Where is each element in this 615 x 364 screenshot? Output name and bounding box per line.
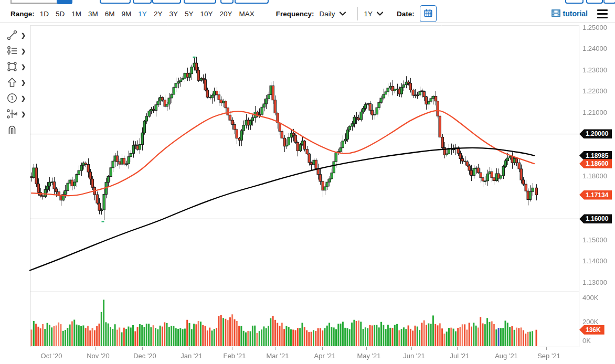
partial-button[interactable] — [235, 0, 269, 4]
chevron-down-icon — [338, 10, 347, 17]
trend-line-icon — [5, 28, 19, 42]
chevron-right-icon[interactable]: ❯ — [21, 95, 26, 102]
partial-input[interactable] — [10, 0, 58, 4]
tutorial-label: tutorial — [563, 9, 588, 18]
partial-button[interactable] — [586, 0, 603, 4]
period-value: 1Y — [364, 10, 373, 18]
fibonacci-tool-button[interactable]: ❯ — [5, 44, 29, 58]
annotation-tool-button[interactable]: 1❯ — [5, 91, 29, 105]
range-option-max[interactable]: MAX — [239, 10, 254, 18]
chevron-right-icon[interactable]: ❯ — [21, 32, 26, 39]
range-option-20y[interactable]: 20Y — [219, 10, 232, 18]
range-option-1d[interactable]: 1D — [40, 10, 49, 18]
range-option-10y[interactable]: 10Y — [200, 10, 213, 18]
partial-button[interactable] — [57, 0, 72, 4]
range-label: Range: — [10, 10, 35, 18]
partial-button[interactable] — [133, 0, 152, 4]
frequency-label: Frequency: — [276, 10, 314, 18]
range-option-6m[interactable]: 6M — [105, 10, 115, 18]
partial-button[interactable] — [152, 0, 181, 4]
period-dropdown[interactable]: 1Y — [364, 10, 385, 18]
date-label: Date: — [397, 10, 415, 18]
menu-button[interactable] — [597, 8, 608, 19]
magnet-icon — [5, 123, 19, 136]
frequency-value: Daily — [320, 10, 335, 18]
shape-tool-button[interactable]: ❯ — [5, 59, 29, 74]
partial-button[interactable] — [220, 0, 234, 4]
svg-text:1: 1 — [10, 95, 14, 101]
range-option-2y[interactable]: 2Y — [154, 10, 163, 18]
measure-tool-button[interactable]: ❯ — [5, 106, 29, 121]
range-option-9m[interactable]: 9M — [122, 10, 132, 18]
range-option-5d[interactable]: 5D — [56, 10, 65, 18]
chevron-right-icon[interactable]: ❯ — [21, 79, 26, 86]
film-icon — [552, 9, 563, 18]
partial-button[interactable] — [184, 0, 216, 4]
chevron-right-icon[interactable]: ❯ — [21, 63, 26, 70]
calendar-icon — [423, 8, 433, 19]
magnet-tool-button[interactable] — [5, 122, 29, 137]
fibonacci-icon — [5, 44, 19, 58]
arrow-up-icon — [5, 76, 19, 89]
partial-button[interactable] — [565, 0, 584, 4]
circled-one-icon: 1 — [5, 91, 19, 105]
arrow-tool-button[interactable]: ❯ — [5, 75, 29, 90]
divider — [357, 7, 358, 20]
range-option-1y[interactable]: 1Y — [138, 10, 147, 18]
range-options: 1D5D1M3M6M9M1Y2Y3Y5Y10Y20YMAX — [40, 10, 261, 18]
rectangle-icon — [5, 60, 19, 73]
chart-toolbar: Range: 1D5D1M3M6M9M1Y2Y3Y5Y10Y20YMAX Fre… — [0, 0, 615, 23]
chevron-right-icon[interactable]: ❯ — [21, 111, 26, 117]
date-picker-button[interactable] — [420, 5, 437, 22]
charting-application: Range: 1D5D1M3M6M9M1Y2Y3Y5Y10Y20YMAX Fre… — [0, 0, 615, 364]
frequency-dropdown[interactable]: Daily — [320, 10, 347, 18]
range-option-3m[interactable]: 3M — [88, 10, 98, 18]
range-option-5y[interactable]: 5Y — [185, 10, 194, 18]
tutorial-link[interactable]: tutorial — [552, 9, 588, 18]
measure-icon — [5, 107, 19, 121]
trend-line-tool-button[interactable]: ❯ — [5, 28, 29, 42]
chevron-right-icon[interactable]: ❯ — [21, 48, 26, 55]
range-option-3y[interactable]: 3Y — [169, 10, 178, 18]
partial-button[interactable] — [100, 0, 131, 4]
cutoff-button-row — [0, 0, 615, 4]
range-option-1m[interactable]: 1M — [71, 10, 81, 18]
chevron-down-icon — [376, 10, 384, 17]
price-chart-canvas[interactable] — [0, 0, 615, 364]
partial-button[interactable] — [603, 0, 615, 4]
